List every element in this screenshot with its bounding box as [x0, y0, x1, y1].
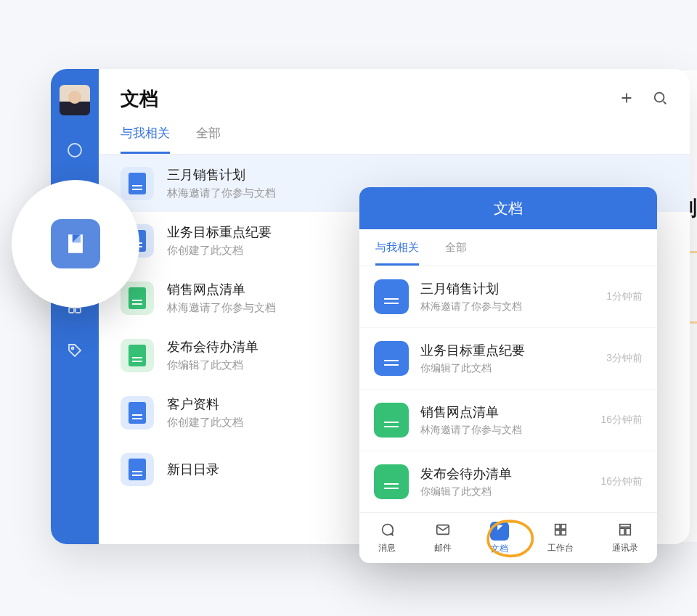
doc-icon — [374, 279, 409, 314]
desktop-tab[interactable]: 与我相关 — [121, 125, 170, 154]
doc-title: 三月销售计划 — [167, 166, 276, 184]
chat-icon[interactable] — [66, 141, 83, 159]
doc-icon — [121, 453, 154, 486]
mail-icon — [435, 522, 451, 540]
contacts-icon — [617, 522, 633, 540]
mobile-header: 文档 — [359, 187, 657, 229]
doc-time: 1分钟前 — [606, 290, 643, 303]
doc-subtitle: 林海邀请了你参与文档 — [420, 424, 589, 437]
workbench-icon — [553, 522, 568, 540]
doc-title: 发布会待办清单 — [167, 338, 258, 356]
bottom-tab-workbench[interactable]: 工作台 — [547, 522, 574, 554]
mobile-tab[interactable]: 与我相关 — [375, 241, 419, 266]
doc-icon — [374, 341, 409, 376]
svg-rect-13 — [561, 530, 566, 535]
page-title: 文档 — [121, 86, 158, 112]
doc-title: 销售网点清单 — [167, 281, 276, 298]
docs-icon — [490, 522, 509, 541]
svg-point-8 — [655, 92, 664, 102]
bottom-tab-docs[interactable]: 文档 — [490, 522, 509, 555]
svg-rect-14 — [619, 525, 630, 527]
doc-time: 16分钟前 — [600, 475, 643, 488]
bottom-tab-label: 消息 — [378, 542, 396, 554]
search-icon[interactable] — [652, 90, 668, 109]
doc-title: 新日日录 — [167, 461, 219, 478]
doc-subtitle: 你编辑了此文档 — [420, 362, 595, 375]
mobile-bottom-bar: 消息邮件文档工作台通讯录 — [359, 512, 657, 563]
docs-app-badge — [12, 180, 139, 308]
svg-rect-12 — [555, 530, 559, 535]
mobile-doc-item[interactable]: 销售网点清单林海邀请了你参与文档16分钟前 — [359, 389, 657, 451]
doc-title: 三月销售计划 — [420, 280, 595, 297]
mobile-tab[interactable]: 全部 — [445, 241, 467, 266]
doc-subtitle: 你编辑了此文档 — [167, 358, 258, 372]
mobile-doc-list: 三月销售计划林海邀请了你参与文档1分钟前业务目标重点纪要你编辑了此文档3分钟前销… — [359, 266, 657, 512]
doc-icon — [121, 396, 154, 430]
doc-title: 业务目标重点纪要 — [420, 342, 595, 359]
mobile-doc-item[interactable]: 三月销售计划林海邀请了你参与文档1分钟前 — [359, 266, 657, 327]
doc-subtitle: 你创建了此文档 — [167, 244, 272, 258]
doc-title: 业务目标重点纪要 — [167, 223, 272, 241]
mobile-window: 文档 与我相关全部 三月销售计划林海邀请了你参与文档1分钟前业务目标重点纪要你编… — [359, 187, 657, 563]
bottom-tab-chat[interactable]: 消息 — [378, 522, 396, 554]
desktop-tabs: 与我相关全部 — [99, 112, 690, 155]
doc-icon — [374, 464, 409, 499]
tag-icon[interactable] — [66, 342, 83, 359]
doc-title: 发布会待办清单 — [420, 465, 589, 482]
avatar[interactable] — [60, 85, 90, 115]
bottom-tab-label: 文档 — [491, 543, 508, 555]
add-icon[interactable] — [619, 90, 635, 109]
bottom-tab-label: 邮件 — [434, 542, 452, 554]
mobile-doc-item[interactable]: 业务目标重点纪要你编辑了此文档3分钟前 — [359, 327, 657, 389]
svg-point-7 — [72, 348, 74, 350]
chat-icon — [379, 522, 395, 540]
doc-icon — [121, 282, 154, 315]
bottom-tab-mail[interactable]: 邮件 — [434, 522, 452, 554]
bottom-tab-label: 工作台 — [547, 542, 574, 554]
desktop-tab[interactable]: 全部 — [196, 125, 221, 154]
doc-time: 16分钟前 — [600, 414, 643, 427]
doc-title: 客户资料 — [167, 395, 243, 413]
svg-rect-6 — [76, 308, 81, 313]
doc-icon — [121, 339, 154, 372]
desktop-header: 文档 — [99, 69, 690, 112]
mobile-tabs: 与我相关全部 — [359, 229, 657, 266]
svg-rect-15 — [619, 528, 624, 535]
svg-rect-5 — [69, 308, 74, 313]
doc-time: 3分钟前 — [606, 352, 643, 365]
svg-rect-10 — [555, 525, 559, 529]
svg-point-1 — [68, 144, 81, 157]
doc-title: 销售网点清单 — [420, 403, 589, 421]
svg-rect-16 — [625, 528, 629, 535]
doc-subtitle: 林海邀请了你参与文档 — [167, 186, 276, 200]
docs-app-icon — [51, 219, 100, 268]
bottom-tab-contacts[interactable]: 通讯录 — [612, 522, 638, 554]
doc-subtitle: 你创建了此文档 — [167, 416, 243, 430]
doc-icon — [374, 403, 409, 438]
doc-subtitle: 你编辑了此文档 — [420, 485, 589, 498]
bottom-tab-label: 通讯录 — [612, 542, 638, 554]
doc-icon — [121, 167, 154, 200]
svg-rect-11 — [561, 525, 566, 529]
mobile-doc-item[interactable]: 发布会待办清单你编辑了此文档16分钟前 — [359, 451, 657, 512]
doc-subtitle: 林海邀请了你参与文档 — [167, 301, 276, 315]
doc-subtitle: 林海邀请了你参与文档 — [420, 300, 595, 313]
